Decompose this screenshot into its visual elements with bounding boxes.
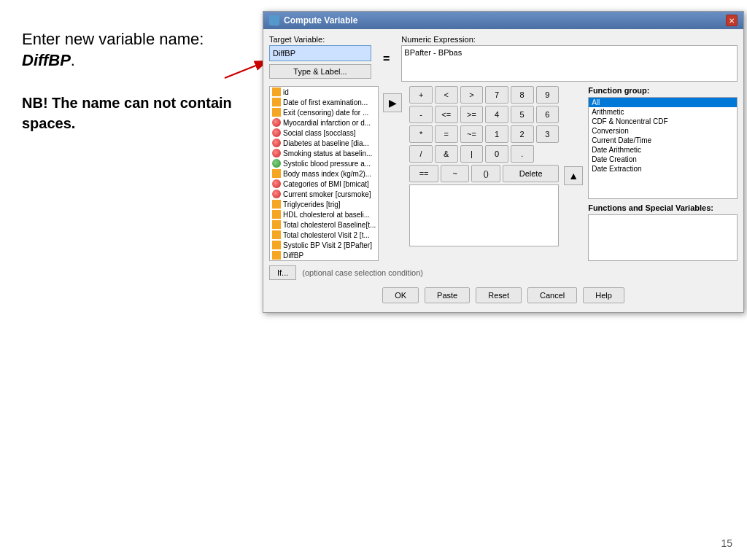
calc-7[interactable]: 7	[485, 86, 508, 104]
list-item[interactable]: Exit (censoring) date for ...	[270, 107, 378, 117]
function-group-item[interactable]: Conversion	[589, 126, 737, 136]
calc-parens[interactable]: ()	[471, 165, 500, 182]
calc-3[interactable]: 3	[536, 125, 560, 143]
calc-2[interactable]: 2	[511, 125, 534, 143]
dialog-titlebar: Compute Variable ✕	[263, 12, 743, 29]
calc-neq[interactable]: ~=	[460, 125, 484, 143]
variable-icon	[272, 139, 281, 147]
variable-icon	[272, 241, 281, 249]
function-group-item[interactable]: Date Creation	[589, 155, 737, 164]
variable-icon	[272, 118, 281, 127]
variable-name: Smoking status at baselin...	[283, 149, 372, 158]
calc-dot[interactable]: .	[511, 145, 534, 163]
variable-icon	[272, 88, 281, 96]
list-item[interactable]: Body mass index (kg/m2)...	[270, 168, 378, 179]
variable-name: DiffBP	[283, 252, 303, 260]
list-item[interactable]: Date of first examination...	[270, 97, 378, 107]
functions-special-list[interactable]	[588, 214, 738, 261]
calc-1[interactable]: 1	[485, 125, 508, 143]
calc-and[interactable]: &	[435, 145, 458, 163]
if-button[interactable]: If...	[269, 265, 296, 280]
numeric-expression-box[interactable]: BPafter - BPbas	[401, 45, 738, 82]
list-item[interactable]: Social class [socclass]	[270, 128, 378, 138]
if-label: (optional case selection condition)	[302, 268, 423, 277]
variable-name: Body mass index (kg/m2)...	[283, 170, 371, 178]
variable-name: Total cholesterol Visit 2 [t...	[283, 231, 370, 239]
calc-lt[interactable]: <	[435, 86, 458, 104]
calculator-section: + < > 7 8 9 - <= >= 4 5 6	[409, 86, 559, 182]
calc-tilde[interactable]: ~	[441, 165, 470, 182]
list-item[interactable]: Categories of BMI [bmicat]	[270, 179, 378, 189]
cancel-button[interactable]: Cancel	[527, 287, 577, 303]
function-group-item[interactable]: Arithmetic	[589, 107, 737, 117]
calc-8[interactable]: 8	[511, 86, 534, 104]
variable-name: Date of first examination...	[283, 98, 368, 106]
numeric-expression-label: Numeric Expression:	[401, 35, 738, 44]
variable-icon	[272, 159, 281, 168]
transfer-section: ▶	[383, 86, 405, 261]
dialog-body: Target Variable: Type & Label... = Numer…	[263, 29, 743, 312]
function-group-item[interactable]: All	[589, 98, 737, 107]
calc-or[interactable]: |	[460, 145, 484, 163]
variable-list[interactable]: idDate of first examination...Exit (cens…	[269, 86, 379, 261]
calc-0[interactable]: 0	[485, 145, 508, 163]
list-item[interactable]: Systolic BP Visit 2 [BPafter]	[270, 240, 378, 250]
list-item[interactable]: id	[270, 87, 378, 97]
bottom-buttons: OK Paste Reset Cancel Help	[269, 284, 738, 306]
numeric-expression-value: BPafter - BPbas	[404, 48, 462, 57]
variable-name: Social class [socclass]	[283, 129, 355, 137]
target-variable-label: Target Variable:	[269, 35, 371, 44]
dialog-close-button[interactable]: ✕	[726, 15, 738, 26]
calc-row-2: - <= >= 4 5 6	[409, 106, 559, 123]
calc-4[interactable]: 4	[485, 106, 508, 123]
annotation-main: Enter new variable name: DiffBP.	[22, 29, 241, 71]
calc-minus[interactable]: -	[409, 106, 433, 123]
list-item[interactable]: HDL cholesterol at baseli...	[270, 209, 378, 219]
reset-button[interactable]: Reset	[476, 287, 522, 303]
list-item[interactable]: Smoking status at baselin...	[270, 148, 378, 158]
calc-divide[interactable]: /	[409, 145, 433, 163]
up-arrow-button[interactable]: ▲	[564, 166, 583, 185]
calc-6[interactable]: 6	[536, 106, 560, 123]
paste-button[interactable]: Paste	[425, 287, 470, 303]
variable-icon	[272, 108, 281, 117]
variable-name: Current smoker [cursmoke]	[283, 190, 371, 198]
help-button[interactable]: Help	[583, 287, 624, 303]
function-group-item[interactable]: Date Arithmetic	[589, 145, 737, 155]
dialog-title: Compute Variable	[284, 15, 357, 26]
list-item[interactable]: Total cholesterol Baseline[t...	[270, 219, 378, 230]
calc-row-5: == ~ () Delete	[409, 165, 559, 182]
list-item[interactable]: Total cholesterol Visit 2 [t...	[270, 230, 378, 240]
transfer-button[interactable]: ▶	[383, 93, 402, 112]
calc-5[interactable]: 5	[511, 106, 534, 123]
functions-special-label: Functions and Special Variables:	[588, 203, 738, 212]
list-item[interactable]: Diabetes at baseline [dia...	[270, 138, 378, 148]
annotation-area: Enter new variable name: DiffBP. NB! The…	[22, 29, 241, 133]
function-group-item[interactable]: Date Extraction	[589, 164, 737, 174]
middle-section: idDate of first examination...Exit (cens…	[269, 86, 738, 261]
annotation-main-text: Enter new variable name:	[22, 30, 204, 48]
function-group-item[interactable]: CDF & Noncentral CDF	[589, 117, 737, 126]
calc-multiply[interactable]: *	[409, 125, 433, 143]
ok-button[interactable]: OK	[382, 287, 419, 303]
calc-eq[interactable]: =	[435, 125, 458, 143]
expression-textarea[interactable]	[409, 184, 559, 246]
list-item[interactable]: DiffBP	[270, 250, 378, 260]
type-label-button[interactable]: Type & Label...	[269, 64, 371, 79]
list-item[interactable]: Systolic blood pressure a...	[270, 158, 378, 168]
calc-plus[interactable]: +	[409, 86, 433, 104]
function-group-list[interactable]: AllArithmeticCDF & Noncentral CDFConvers…	[588, 97, 738, 199]
calc-deq[interactable]: ==	[409, 165, 438, 182]
calc-gte[interactable]: >=	[460, 106, 484, 123]
calc-9[interactable]: 9	[536, 86, 560, 104]
list-item[interactable]: Current smoker [cursmoke]	[270, 189, 378, 199]
calc-gt[interactable]: >	[460, 86, 484, 104]
list-item[interactable]: Myocardial infarction or d...	[270, 117, 378, 128]
calc-lte[interactable]: <=	[435, 106, 458, 123]
calc-delete[interactable]: Delete	[503, 165, 559, 182]
function-group-item[interactable]: Current Date/Time	[589, 136, 737, 145]
top-section: Target Variable: Type & Label... = Numer…	[269, 35, 738, 82]
list-item[interactable]: Triglycerides [trig]	[270, 199, 378, 209]
variable-name: Categories of BMI [bmicat]	[283, 180, 369, 188]
target-variable-input[interactable]	[269, 45, 371, 61]
